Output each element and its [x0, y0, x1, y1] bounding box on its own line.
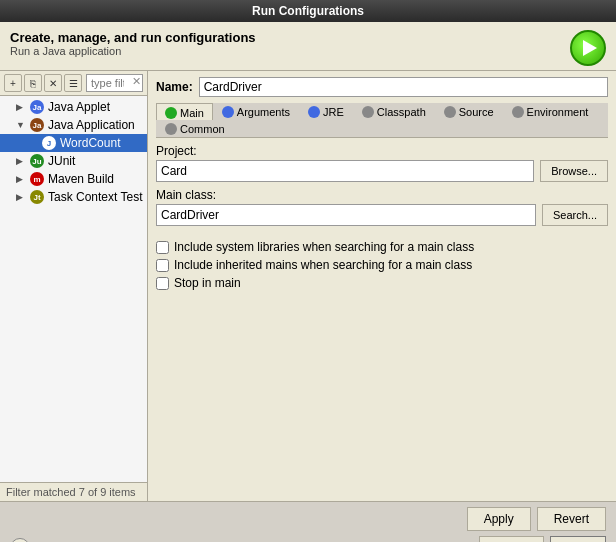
window-title: Run Configurations — [252, 4, 364, 18]
name-input[interactable] — [199, 77, 608, 97]
sidebar-toolbar: + ⎘ ✕ ☰ ✕ — [0, 71, 147, 96]
include-inherited-label: Include inherited mains when searching f… — [174, 258, 472, 272]
stop-in-main-checkbox[interactable] — [156, 277, 169, 290]
duplicate-config-button[interactable]: ⎘ — [24, 74, 42, 92]
maven-icon: m — [30, 172, 44, 186]
tab-main[interactable]: Main — [156, 103, 213, 121]
sidebar-item-junit[interactable]: ▶ Ju JUnit — [0, 152, 147, 170]
sidebar-item-task-context-test[interactable]: ▶ Jt Task Context Test — [0, 188, 147, 206]
run-button[interactable]: Run — [550, 536, 606, 542]
close-button[interactable]: Close — [479, 536, 544, 542]
sidebar-item-label: JUnit — [48, 154, 75, 168]
tab-source[interactable]: Source — [435, 103, 503, 120]
revert-button[interactable]: Revert — [537, 507, 606, 531]
sidebar-item-java-application[interactable]: ▼ Ja Java Application — [0, 116, 147, 134]
header-title: Create, manage, and run configurations — [10, 30, 256, 45]
tab-classpath-icon — [362, 106, 374, 118]
tab-environment-icon — [512, 106, 524, 118]
expand-arrow-junit: ▶ — [16, 156, 26, 166]
tab-jre-icon — [308, 106, 320, 118]
apply-button[interactable]: Apply — [467, 507, 531, 531]
delete-config-button[interactable]: ✕ — [44, 74, 62, 92]
sidebar-item-label: Maven Build — [48, 172, 114, 186]
main-class-input[interactable] — [156, 204, 536, 226]
sidebar: + ⎘ ✕ ☰ ✕ ▶ Ja Java Applet ▼ Ja Java App… — [0, 71, 148, 501]
project-section: Project: Browse... — [156, 144, 608, 182]
tab-classpath[interactable]: Classpath — [353, 103, 435, 120]
bottom-bar: Apply Revert ? Close Run — [0, 501, 616, 542]
stop-in-main-label: Stop in main — [174, 276, 241, 290]
tab-source-icon — [444, 106, 456, 118]
wordcount-icon: J — [42, 136, 56, 150]
run-icon[interactable] — [570, 30, 606, 66]
sidebar-item-label: Java Application — [48, 118, 135, 132]
project-label: Project: — [156, 144, 608, 158]
sidebar-item-java-applet[interactable]: ▶ Ja Java Applet — [0, 98, 147, 116]
main-class-label: Main class: — [156, 188, 608, 202]
tab-arguments[interactable]: Arguments — [213, 103, 299, 120]
expand-arrow-java-application: ▼ — [16, 120, 26, 130]
tab-environment[interactable]: Environment — [503, 103, 598, 120]
checkbox-group: Include system libraries when searching … — [156, 240, 608, 294]
expand-arrow-java-applet: ▶ — [16, 102, 26, 112]
sidebar-item-label: Task Context Test — [48, 190, 143, 204]
tab-jre[interactable]: JRE — [299, 103, 353, 120]
tab-common[interactable]: Common — [156, 120, 234, 137]
task-icon: Jt — [30, 190, 44, 204]
sidebar-item-wordcount[interactable]: J WordCount — [0, 134, 147, 152]
filter-clear-icon[interactable]: ✕ — [132, 75, 141, 88]
search-button[interactable]: Search... — [542, 204, 608, 226]
right-panel: Name: Main Arguments JRE Classpath — [148, 71, 616, 501]
java-applet-icon: Ja — [30, 100, 44, 114]
new-config-button[interactable]: + — [4, 74, 22, 92]
junit-icon: Ju — [30, 154, 44, 168]
expand-arrow-maven: ▶ — [16, 174, 26, 184]
project-input[interactable] — [156, 160, 534, 182]
java-application-icon: Ja — [30, 118, 44, 132]
sidebar-item-label: Java Applet — [48, 100, 110, 114]
header: Create, manage, and run configurations R… — [0, 22, 616, 71]
include-system-label: Include system libraries when searching … — [174, 240, 474, 254]
sidebar-tree: ▶ Ja Java Applet ▼ Ja Java Application J… — [0, 96, 147, 482]
browse-button[interactable]: Browse... — [540, 160, 608, 182]
expand-arrow-task: ▶ — [16, 192, 26, 202]
tab-arguments-icon — [222, 106, 234, 118]
tabs-bar: Main Arguments JRE Classpath Source Envi… — [156, 103, 608, 138]
header-subtitle: Run a Java application — [10, 45, 256, 57]
name-label: Name: — [156, 80, 193, 94]
include-inherited-checkbox[interactable] — [156, 259, 169, 272]
sidebar-status: Filter matched 7 of 9 items — [0, 482, 147, 501]
sidebar-item-maven-build[interactable]: ▶ m Maven Build — [0, 170, 147, 188]
include-system-checkbox[interactable] — [156, 241, 169, 254]
filter-config-button[interactable]: ☰ — [64, 74, 82, 92]
sidebar-item-label: WordCount — [60, 136, 120, 150]
tab-main-icon — [165, 107, 177, 119]
tab-common-icon — [165, 123, 177, 135]
title-bar: Run Configurations — [0, 0, 616, 22]
help-icon[interactable]: ? — [10, 538, 30, 542]
main-class-section: Main class: Search... — [156, 188, 608, 226]
